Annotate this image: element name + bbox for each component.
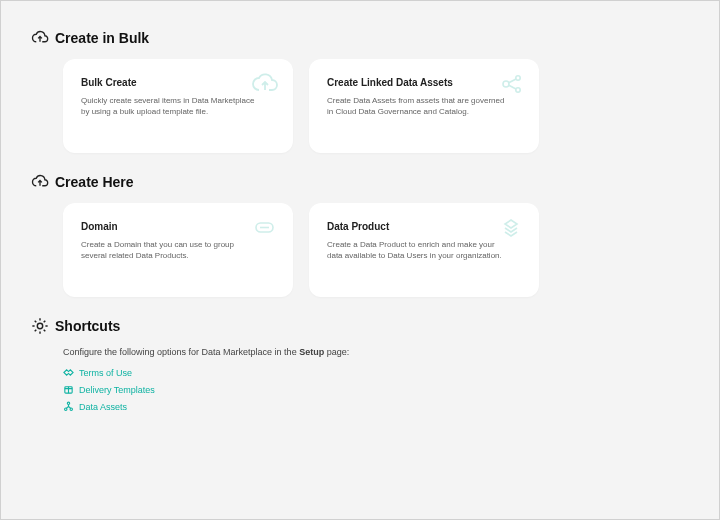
card-title: Domain [81, 221, 275, 232]
cloud-upload-icon [31, 29, 49, 47]
package-icon [63, 384, 74, 395]
section-title: Create Here [55, 174, 134, 190]
section-header: Create in Bulk [31, 29, 689, 47]
upload-icon [251, 73, 279, 95]
shortcut-data-assets[interactable]: Data Assets [63, 401, 689, 412]
svg-point-0 [503, 81, 509, 87]
card-bulk-create[interactable]: Bulk Create Quickly create several items… [63, 59, 293, 153]
section-shortcuts: Shortcuts Configure the following option… [31, 317, 689, 412]
card-row: Domain Create a Domain that you can use … [31, 203, 689, 297]
section-header: Create Here [31, 173, 689, 191]
shortcut-label: Data Assets [79, 402, 127, 412]
tree-icon [63, 401, 74, 412]
svg-marker-7 [505, 220, 517, 228]
card-domain[interactable]: Domain Create a Domain that you can use … [63, 203, 293, 297]
card-description: Create Data Assets from assets that are … [327, 96, 507, 118]
section-title: Shortcuts [55, 318, 120, 334]
card-title: Data Product [327, 221, 521, 232]
card-description: Quickly create several items in Data Mar… [81, 96, 261, 118]
shortcuts-list: Terms of Use Delivery Templates Data Ass… [63, 367, 689, 412]
card-data-product[interactable]: Data Product Create a Data Product to en… [309, 203, 539, 297]
svg-point-1 [516, 76, 520, 80]
shortcut-delivery-templates[interactable]: Delivery Templates [63, 384, 689, 395]
tag-icon [251, 217, 279, 239]
svg-point-2 [516, 88, 520, 92]
gear-icon [31, 317, 49, 335]
shortcut-label: Terms of Use [79, 368, 132, 378]
shortcut-label: Delivery Templates [79, 385, 155, 395]
card-row: Bulk Create Quickly create several items… [31, 59, 689, 153]
svg-line-4 [509, 85, 516, 89]
cloud-upload-icon [31, 173, 49, 191]
layers-icon [497, 217, 525, 239]
svg-point-8 [37, 323, 42, 328]
card-create-linked-data-assets[interactable]: Create Linked Data Assets Create Data As… [309, 59, 539, 153]
subtitle-suffix: page: [324, 347, 349, 357]
card-description: Create a Domain that you can use to grou… [81, 240, 261, 262]
section-create-in-bulk: Create in Bulk Bulk Create Quickly creat… [31, 29, 689, 153]
section-create-here: Create Here Domain Create a Domain that … [31, 173, 689, 297]
network-icon [497, 73, 525, 95]
subtitle-bold: Setup [299, 347, 324, 357]
handshake-icon [63, 367, 74, 378]
card-title: Create Linked Data Assets [327, 77, 521, 88]
card-title: Bulk Create [81, 77, 275, 88]
svg-point-10 [67, 402, 69, 404]
section-title: Create in Bulk [55, 30, 149, 46]
shortcut-terms-of-use[interactable]: Terms of Use [63, 367, 689, 378]
section-header: Shortcuts [31, 317, 689, 335]
card-description: Create a Data Product to enrich and make… [327, 240, 507, 262]
subtitle-prefix: Configure the following options for Data… [63, 347, 299, 357]
svg-line-3 [509, 79, 516, 83]
shortcuts-subtitle: Configure the following options for Data… [63, 347, 689, 357]
